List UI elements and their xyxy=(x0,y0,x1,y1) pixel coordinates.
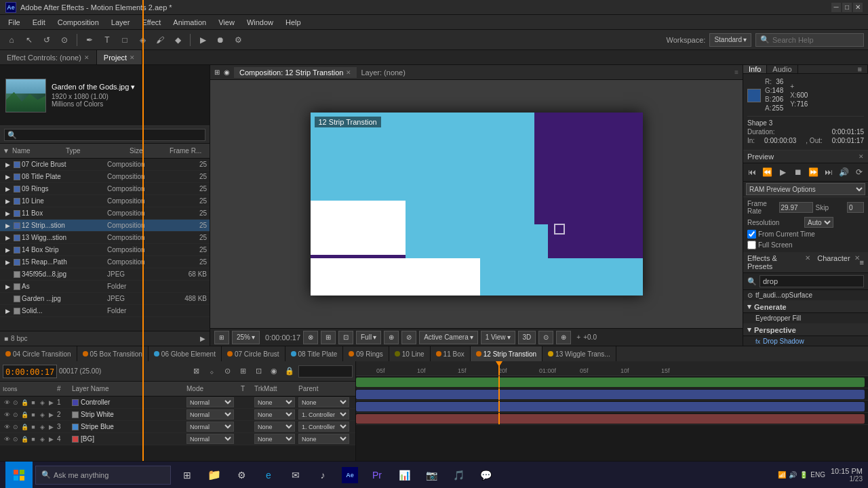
solo-icon[interactable]: ⊙ xyxy=(12,411,20,419)
tool-puppet[interactable]: ◆ xyxy=(170,33,185,47)
taskbar-search[interactable]: 🔍 Ask me anything xyxy=(35,466,171,485)
tl-lock-btn[interactable]: 🔒 xyxy=(283,365,296,378)
lock-icon[interactable]: 🔒 xyxy=(20,423,28,431)
tool-home[interactable]: ⌂ xyxy=(4,33,19,47)
menu-composition[interactable]: Composition xyxy=(52,17,104,28)
explorer-btn[interactable]: 📁 xyxy=(202,463,226,487)
layer-3-mode[interactable]: Normal xyxy=(186,422,234,432)
ae-taskbar-btn[interactable]: Ae xyxy=(338,463,362,487)
mail-btn[interactable]: ✉ xyxy=(283,463,308,487)
label-icon[interactable]: ■ xyxy=(29,411,37,419)
tl-3d-btn[interactable]: ⊞ xyxy=(236,365,250,378)
list-item[interactable]: ▶ 14 Box Strip Composition 25 xyxy=(0,244,210,256)
item-expand[interactable]: ▶ xyxy=(3,282,12,291)
minimize-button[interactable]: ─ xyxy=(831,3,841,12)
grid-btn[interactable]: ⊞ xyxy=(321,331,336,344)
expand-icon[interactable]: ▶ xyxy=(47,399,55,407)
tl-layer-4[interactable]: 👁 ⊙ 🔒 ■ ◈ ▶ 4 [BG] Normal xyxy=(0,433,355,445)
playhead[interactable] xyxy=(498,361,500,375)
resolution-select[interactable]: Auto xyxy=(804,217,833,228)
comp-tab[interactable]: Composition: 12 Strip Transtion ✕ xyxy=(234,67,357,78)
surface-item[interactable]: ⊙ tf_audi...opSurface xyxy=(743,290,868,301)
list-item[interactable]: ▶ As Folder xyxy=(0,281,210,293)
language-indicator[interactable]: ENG xyxy=(810,471,825,479)
right-panel-menu[interactable]: ≡ xyxy=(852,65,868,73)
layer-3-trkmatte[interactable]: None xyxy=(254,422,295,432)
effect-controls-tab[interactable]: Effect Controls: (none) ✕ xyxy=(0,50,97,64)
tab-audio[interactable]: Audio xyxy=(767,65,797,73)
tl-tab-12[interactable]: 12 Strip Transtion xyxy=(471,346,542,361)
list-item[interactable]: 345f95d...8.jpg JPEG 68 KB xyxy=(0,268,210,281)
system-clock[interactable]: 10:15 PM 1/23 xyxy=(831,467,863,483)
tl-layer-2[interactable]: 👁 ⊙ 🔒 ■ ◈ ▶ 2 Strip White Normal xyxy=(0,409,355,421)
lock-icon[interactable]: 🔒 xyxy=(20,399,28,407)
loop-toggle[interactable]: ⟳ xyxy=(853,166,866,178)
comp-tab-close[interactable]: ✕ xyxy=(346,69,351,76)
label-icon[interactable]: ■ xyxy=(29,399,37,407)
tl-tab-04[interactable]: 04 Circle Transition xyxy=(0,346,77,361)
menu-file[interactable]: File xyxy=(3,17,26,28)
network-icon[interactable]: 📶 xyxy=(778,471,786,479)
list-item[interactable]: ▶ 13 Wigg...stion Composition 25 xyxy=(0,232,210,244)
tl-tab-09[interactable]: 09 Rings xyxy=(343,346,389,361)
tl-tab-08[interactable]: 08 Title Plate xyxy=(285,346,344,361)
menu-layer[interactable]: Layer xyxy=(106,17,136,28)
tl-solo-btn[interactable]: ◉ xyxy=(267,365,281,378)
maximize-button[interactable]: □ xyxy=(842,3,852,12)
item-expand[interactable]: ▶ xyxy=(3,233,12,243)
render-btn[interactable]: ⊕ xyxy=(384,331,399,344)
label-icon[interactable]: ■ xyxy=(29,435,37,443)
item-expand[interactable]: ▶ xyxy=(3,258,12,267)
eye-icon[interactable]: 👁 xyxy=(3,411,11,419)
layer-1-mode[interactable]: Normal xyxy=(186,397,234,407)
tl-search-input[interactable] xyxy=(298,365,353,378)
3d-btn[interactable]: 3D xyxy=(518,331,536,344)
menu-view[interactable]: View xyxy=(213,17,240,28)
go-to-end[interactable]: ⏭ xyxy=(823,166,835,178)
lock-icon[interactable]: 🔒 xyxy=(20,411,28,419)
expand-icon[interactable]: ▶ xyxy=(47,435,55,443)
music-btn[interactable]: ♪ xyxy=(311,463,335,487)
quality-selector[interactable]: Full ▾ xyxy=(356,331,381,344)
effects-menu[interactable]: ≡ xyxy=(860,258,864,266)
skip-input[interactable] xyxy=(847,202,864,213)
list-item[interactable]: ▶ 09 Rings Composition 25 xyxy=(0,183,210,195)
layer-2-trkmatte[interactable]: None xyxy=(254,409,295,420)
app7-btn[interactable]: 📊 xyxy=(392,463,416,487)
list-item[interactable]: Garden ...jpg JPEG 488 KB xyxy=(0,293,210,305)
layer-1-trkmatte[interactable]: None xyxy=(254,397,295,407)
tool-fill[interactable]: ◈ xyxy=(135,33,150,47)
eye-icon[interactable]: 👁 xyxy=(3,423,11,431)
expand-icon[interactable]: ▶ xyxy=(47,423,55,431)
item-expand[interactable]: ▶ xyxy=(3,197,12,206)
tool-shape[interactable]: □ xyxy=(117,33,132,47)
tl-layer-1[interactable]: 👁 ⊙ 🔒 ■ ◈ ▶ 1 Controller Normal xyxy=(0,396,355,409)
tl-tab-10[interactable]: 10 Line xyxy=(389,346,431,361)
tl-motion-blur-btn[interactable]: ⊙ xyxy=(220,365,234,378)
tool-text[interactable]: T xyxy=(100,33,115,47)
tl-graph-btn[interactable]: ⊠ xyxy=(189,365,203,378)
layer-1-parent[interactable]: None xyxy=(298,397,349,407)
tool-cycle[interactable]: ↺ xyxy=(39,33,54,47)
app8-btn[interactable]: 📷 xyxy=(419,463,443,487)
solo-icon[interactable]: ⊙ xyxy=(12,435,20,443)
project-search-input[interactable] xyxy=(4,129,205,141)
project-tab-close[interactable]: ✕ xyxy=(130,54,135,61)
title-bar-controls[interactable]: ─ □ ✕ xyxy=(831,3,863,12)
play-button[interactable]: ▶ xyxy=(776,166,789,178)
layer-2-parent[interactable]: 1. Controller xyxy=(298,409,349,420)
tool-record[interactable]: ⏺ xyxy=(213,33,228,47)
item-expand[interactable]: ▶ xyxy=(3,209,12,218)
effect-controls-close[interactable]: ✕ xyxy=(84,54,90,61)
premiere-btn[interactable]: Pr xyxy=(365,463,389,487)
framerate-input[interactable] xyxy=(779,202,813,213)
menu-animation[interactable]: Animation xyxy=(167,17,212,28)
volume-icon[interactable]: 🔊 xyxy=(789,471,797,479)
list-item[interactable]: ▶ 08 Title Plate Composition 25 xyxy=(0,171,210,183)
item-expand[interactable]: ▶ xyxy=(3,160,12,169)
solo-icon[interactable]: ⊙ xyxy=(12,399,20,407)
lock-icon[interactable]: 🔒 xyxy=(20,435,28,443)
list-item[interactable]: ▶ 11 Box Composition 25 xyxy=(0,207,210,220)
effect-icon[interactable]: ◈ xyxy=(38,435,46,443)
item-expand[interactable]: ▶ xyxy=(3,184,12,194)
